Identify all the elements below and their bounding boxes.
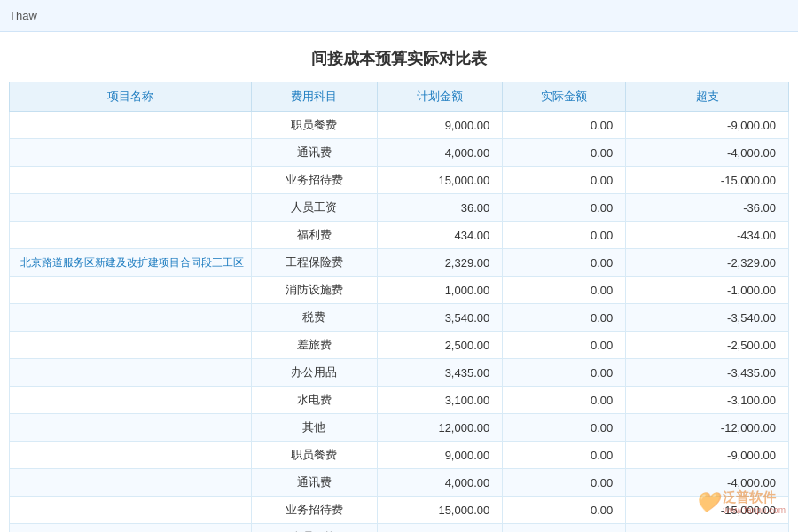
table-row: 人员工资36.000.00-36.00	[10, 194, 789, 222]
cell-project	[10, 304, 252, 332]
cell-planned: 12,000.00	[377, 414, 503, 442]
cell-over: -36.00	[626, 194, 789, 222]
cell-project	[10, 497, 252, 524]
cell-actual: 0.00	[503, 249, 626, 277]
cell-actual: 0.00	[503, 387, 626, 414]
cell-project	[10, 139, 252, 167]
table-row: 职员餐费9,000.000.00-9,000.00	[10, 112, 789, 139]
thaw-label: Thaw	[9, 9, 37, 22]
cell-category: 通讯费	[252, 469, 378, 497]
cell-actual: 0.00	[503, 524, 626, 533]
cell-category: 差旅费	[252, 332, 378, 359]
cell-over: -12,000.00	[626, 414, 789, 442]
table-header-row: 项目名称 费用科目 计划金额 实际金额 超支	[10, 82, 789, 112]
cell-planned: 45,000.00	[377, 524, 503, 533]
cell-project	[10, 332, 252, 359]
cell-project	[10, 167, 252, 194]
header-planned: 计划金额	[377, 82, 503, 112]
cell-actual: 0.00	[503, 414, 626, 442]
table-row: 人员工资45,000.000.00-45,000.00	[10, 524, 789, 533]
cell-over: -15,000.00	[626, 497, 789, 524]
cell-project	[10, 359, 252, 387]
cell-project	[10, 387, 252, 414]
cell-category: 工程保险费	[252, 249, 378, 277]
cell-actual: 0.00	[503, 194, 626, 222]
cell-actual: 0.00	[503, 442, 626, 469]
cell-category: 通讯费	[252, 139, 378, 167]
table-row: 税费3,540.000.00-3,540.00	[10, 304, 789, 332]
cell-planned: 15,000.00	[377, 167, 503, 194]
cell-category: 职员餐费	[252, 112, 378, 139]
cell-planned: 4,000.00	[377, 139, 503, 167]
table-row: 通讯费4,000.000.00-4,000.00	[10, 139, 789, 167]
cell-planned: 36.00	[377, 194, 503, 222]
cell-over: -3,435.00	[626, 359, 789, 387]
table-row: 差旅费2,500.000.00-2,500.00	[10, 332, 789, 359]
cell-planned: 9,000.00	[377, 442, 503, 469]
cell-planned: 3,435.00	[377, 359, 503, 387]
cell-planned: 4,000.00	[377, 469, 503, 497]
cell-actual: 0.00	[503, 112, 626, 139]
table-row: 北京路道服务区新建及改扩建项目合同段三工区工程保险费2,329.000.00-2…	[10, 249, 789, 277]
cell-category: 人员工资	[252, 194, 378, 222]
cell-planned: 15,000.00	[377, 497, 503, 524]
cell-actual: 0.00	[503, 277, 626, 304]
cell-project	[10, 277, 252, 304]
table-row: 办公用品3,435.000.00-3,435.00	[10, 359, 789, 387]
cell-project	[10, 112, 252, 139]
header-category: 费用科目	[252, 82, 378, 112]
cell-over: -1,000.00	[626, 277, 789, 304]
cell-category: 税费	[252, 304, 378, 332]
cell-category: 水电费	[252, 387, 378, 414]
cell-project	[10, 194, 252, 222]
cell-over: -434.00	[626, 222, 789, 249]
page-container: Thaw 间接成本预算实际对比表 项目名称 费用科目 计划金额 实际金额 超支 …	[0, 0, 798, 532]
cell-over: -45,000.00	[626, 524, 789, 533]
cell-actual: 0.00	[503, 304, 626, 332]
cell-project	[10, 414, 252, 442]
header-project: 项目名称	[10, 82, 252, 112]
table-row: 职员餐费9,000.000.00-9,000.00	[10, 442, 789, 469]
cell-over: -2,329.00	[626, 249, 789, 277]
cell-category: 职员餐费	[252, 442, 378, 469]
cell-category: 人员工资	[252, 524, 378, 533]
cell-category: 福利费	[252, 222, 378, 249]
cell-actual: 0.00	[503, 139, 626, 167]
cell-actual: 0.00	[503, 167, 626, 194]
header-over: 超支	[626, 82, 789, 112]
cell-planned: 2,500.00	[377, 332, 503, 359]
cell-over: -9,000.00	[626, 442, 789, 469]
table-wrapper[interactable]: 项目名称 费用科目 计划金额 实际金额 超支 职员餐费9,000.000.00-…	[0, 82, 798, 532]
cell-planned: 9,000.00	[377, 112, 503, 139]
cell-actual: 0.00	[503, 359, 626, 387]
cell-over: -9,000.00	[626, 112, 789, 139]
cell-project	[10, 442, 252, 469]
main-table: 项目名称 费用科目 计划金额 实际金额 超支 职员餐费9,000.000.00-…	[9, 82, 789, 532]
cell-category: 其他	[252, 414, 378, 442]
cell-project: 北京路道服务区新建及改扩建项目合同段三工区	[10, 249, 252, 277]
table-row: 福利费434.000.00-434.00	[10, 222, 789, 249]
cell-over: -4,000.00	[626, 469, 789, 497]
table-row: 通讯费4,000.000.00-4,000.00	[10, 469, 789, 497]
cell-planned: 1,000.00	[377, 277, 503, 304]
cell-category: 业务招待费	[252, 167, 378, 194]
cell-category: 办公用品	[252, 359, 378, 387]
cell-project	[10, 222, 252, 249]
cell-over: -3,100.00	[626, 387, 789, 414]
cell-planned: 434.00	[377, 222, 503, 249]
cell-over: -4,000.00	[626, 139, 789, 167]
cell-project	[10, 469, 252, 497]
header-actual: 实际金额	[503, 82, 626, 112]
cell-category: 消防设施费	[252, 277, 378, 304]
cell-planned: 3,540.00	[377, 304, 503, 332]
cell-category: 业务招待费	[252, 497, 378, 524]
cell-actual: 0.00	[503, 332, 626, 359]
report-title: 间接成本预算实际对比表	[0, 32, 798, 82]
cell-over: -3,540.00	[626, 304, 789, 332]
table-row: 消防设施费1,000.000.00-1,000.00	[10, 277, 789, 304]
cell-project	[10, 524, 252, 533]
table-row: 其他12,000.000.00-12,000.00	[10, 414, 789, 442]
cell-planned: 3,100.00	[377, 387, 503, 414]
table-row: 业务招待费15,000.000.00-15,000.00	[10, 167, 789, 194]
cell-over: -2,500.00	[626, 332, 789, 359]
